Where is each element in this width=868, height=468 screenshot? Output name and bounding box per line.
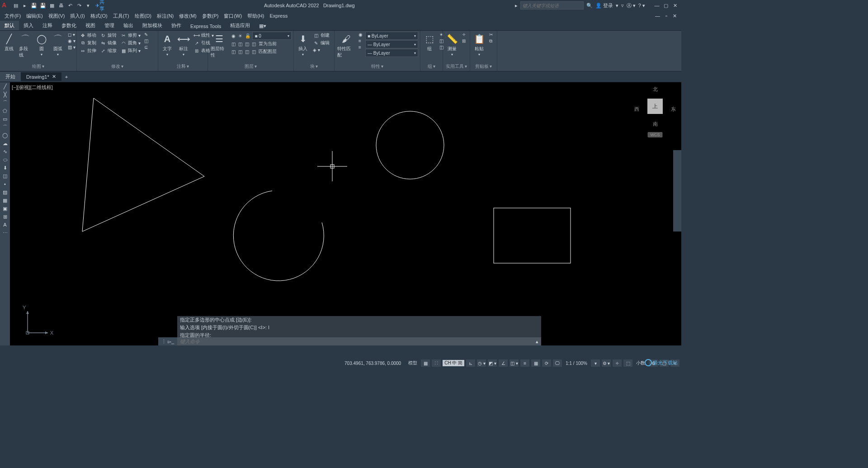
status-extra-2[interactable]: ⬚ [623,359,632,367]
menu-tools[interactable]: 工具(T) [110,13,132,19]
arc-button[interactable]: ⌒圆弧▾ [51,32,65,57]
tool-insert-icon[interactable]: ⬇ [0,164,10,172]
menu-insert[interactable]: 插入(I) [67,13,87,19]
ribbon-tab-parametric[interactable]: 参数化 [57,21,81,30]
ribbon-tab-default[interactable]: 默认 [0,21,19,30]
matchlayer-button[interactable]: 匹配图层 [258,48,278,55]
ribbon-tab-view[interactable]: 视图 [81,21,100,30]
status-model[interactable]: 模型 [406,360,419,366]
navigation-bar[interactable] [673,150,681,232]
qat-undo-icon[interactable]: ↶ [66,1,74,9]
status-zoom-dropdown-icon[interactable]: ▾ [591,359,600,367]
util-extra-1[interactable]: ✧ [461,32,467,38]
ribbon-tab-output[interactable]: 输出 [119,21,138,30]
panel-label-props[interactable]: 特性 ▾ [336,63,418,70]
panel-label-clip[interactable]: 剪贴板 ▾ [472,63,495,70]
circle-button[interactable]: ◯圆▾ [34,32,49,57]
layer-extra-7[interactable]: ◫ [244,48,250,55]
tool-arc-icon[interactable]: ⌒ [0,123,10,131]
panel-label-group[interactable]: 组 ▾ [422,63,441,70]
cmdline-recent-icon[interactable]: ▴ [533,339,541,345]
status-isodraft-icon[interactable]: ◩ ▾ [488,359,497,367]
qat-open-icon[interactable]: ▸ [21,1,29,9]
panel-label-util[interactable]: 实用工具 ▾ [445,63,468,70]
props-extra2-icon[interactable]: ≡ [358,44,363,50]
tool-line-icon[interactable]: ╱ [0,82,10,90]
viewcube-wcs[interactable]: WCS [648,132,663,137]
qat-saveas-icon[interactable]: 💾 [39,1,47,9]
clip-extra-2[interactable]: ⧉ [488,38,494,44]
rotate-button[interactable]: ↻旋转 [99,32,118,39]
copy-button[interactable]: ⧉复制 [79,39,97,47]
status-gear-icon[interactable]: ⚙ ▾ [602,359,611,367]
login-button[interactable]: 👤 登录 [595,2,613,9]
draw-small-1[interactable]: ◻ ▾ [67,32,76,38]
layer-extra-6[interactable]: ◫ [237,48,243,55]
tool-block-icon[interactable]: ◫ [0,172,10,180]
search-input[interactable] [520,1,584,9]
search-icon[interactable]: 🔍 [586,3,593,9]
layer-extra-1[interactable]: ◫ [231,40,236,47]
viewcube-east[interactable]: 东 [671,106,676,113]
qat-new-icon[interactable]: ▤ [12,1,20,9]
tool-revcloud-icon[interactable]: ☁ [0,139,10,147]
tab-close-icon[interactable]: ✕ [52,74,56,80]
ribbon-tab-annotate[interactable]: 注释 [38,21,57,30]
ribbon-tab-addins[interactable]: 附加模块 [138,21,167,30]
viewcube-top[interactable]: 上 [647,99,663,114]
draw-small-3[interactable]: ▨ ▾ [67,44,76,50]
status-otrack-icon[interactable]: ◫ ▾ [509,359,519,367]
qat-web-icon[interactable]: ▦ [48,1,56,9]
mirror-button[interactable]: ⇋镜像 [99,39,118,47]
tool-point-icon[interactable]: • [0,180,10,188]
tab-new-button[interactable]: + [61,73,71,81]
panel-label-modify[interactable]: 修改 ▾ [79,63,156,70]
tool-construction-icon[interactable]: ╳ [0,90,10,99]
tool-more-icon[interactable]: ⋯ [0,229,10,237]
drawing-canvas[interactable]: [−][俯视][二维线框] [10,82,681,345]
tool-gradient-icon[interactable]: ▦ [0,196,10,204]
menu-modify[interactable]: 修改(M) [176,13,199,19]
status-polar-icon[interactable]: ◷ ▾ [477,359,486,367]
menu-help[interactable]: 帮助(H) [245,13,267,19]
app-switcher-icon[interactable]: ▿ [621,3,624,9]
clip-extra-1[interactable]: ✂ [488,32,494,38]
blockcreate-button[interactable]: ◫创建 [312,32,330,39]
layer-state-icon-3[interactable]: 🔓 [244,33,251,39]
measure-button[interactable]: 📏测量▾ [445,32,459,57]
infocenter-arrow-icon[interactable]: ▸ [515,3,518,9]
minimize-button[interactable]: — [652,1,661,9]
layer-props-button[interactable]: ☰图层特性 [210,32,229,59]
tool-spline-icon[interactable]: ∿ [0,147,10,156]
help-icon[interactable]: ? ▾ [638,3,645,9]
qat-plot-icon[interactable]: 🖶 [57,1,65,9]
color-dropdown[interactable]: ■ ByLayer [365,32,418,40]
tool-region-icon[interactable]: ▣ [0,204,10,213]
status-annomon-icon[interactable]: 🖵 [553,359,562,367]
mdi-close-button[interactable]: ✕ [670,13,679,19]
login-dropdown-icon[interactable]: ▾ [616,3,618,9]
cmdline-handle-icon[interactable]: ⋮ ▻_ [158,337,177,345]
status-osnap-icon[interactable]: ∠ [499,359,508,367]
status-lineweight-icon[interactable]: ≡ [520,359,529,367]
scale-button[interactable]: ⤢缩放 [99,47,118,54]
props-extra-icon[interactable]: ≡ [358,38,363,44]
group-button[interactable]: ⬚组 [422,32,437,53]
viewcube-west[interactable]: 西 [634,106,639,113]
menu-window[interactable]: 窗口(W) [221,13,245,19]
line-button[interactable]: ╱直线 [2,32,16,53]
status-ime[interactable]: CH 中 简 [443,360,464,366]
menu-view[interactable]: 视图(V) [46,13,68,19]
tool-hatch-icon[interactable]: ▨ [0,188,10,196]
layer-current-dropdown[interactable]: ■ 0 [252,32,292,40]
close-button[interactable]: ✕ [670,1,679,9]
viewcube-north[interactable]: 北 [653,86,658,93]
array-button[interactable]: ▦阵列 ▾ [119,47,142,54]
layer-state-icon-1[interactable]: ◉ [231,33,236,39]
modify-offset-icon[interactable]: ⊆ [143,44,149,50]
menu-express[interactable]: Express [267,13,290,19]
panel-label-draw[interactable]: 绘图 ▾ [2,63,75,70]
panel-label-block[interactable]: 块 ▾ [296,63,332,70]
insert-button[interactable]: ⬇插入▾ [296,32,310,57]
trim-button[interactable]: ✂修剪 ▾ [119,32,142,39]
